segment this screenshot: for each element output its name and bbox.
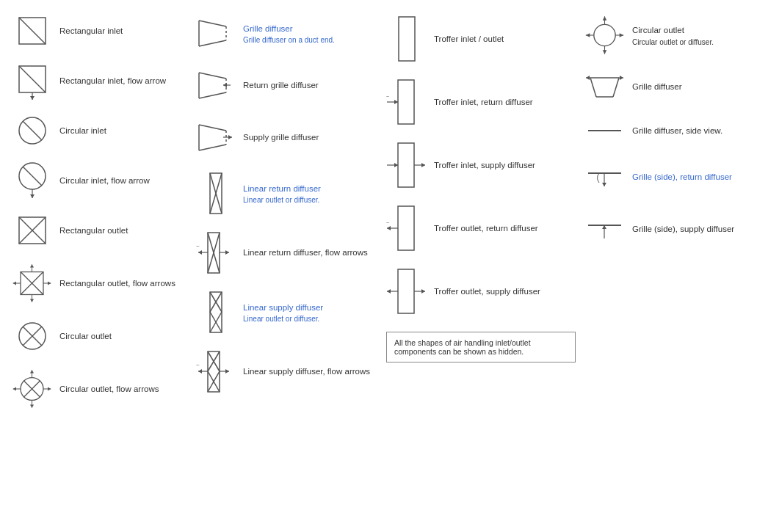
- symbol-rect-outlet-flow: [12, 260, 52, 307]
- symbol-rect-outlet: [12, 213, 52, 248]
- item-circ-outlet: Circular outlet: [7, 313, 191, 360]
- svg-marker-49: [223, 83, 227, 87]
- item-troffer-outlet-ret: ~ Troffer outlet, return diffuser: [382, 197, 580, 260]
- svg-rect-92: [398, 206, 414, 250]
- sublabel-linear-return: Linear outlet or diffuser.: [243, 196, 321, 204]
- item-rect-inlet: Rectangular inlet: [7, 7, 191, 54]
- item-supply-grille: Supply grille diffuser: [191, 112, 382, 164]
- label-return-grille: Return grille diffuser: [243, 79, 319, 91]
- item-linear-return-flow: ~ Linear return diffuser, flow arrows: [191, 223, 382, 283]
- symbol-grille-diff: [195, 13, 236, 54]
- label-supply-grille: Supply grille diffuser: [243, 131, 319, 143]
- item-linear-return: Linear return diffuser Linear outlet or …: [191, 164, 382, 223]
- svg-marker-39: [30, 404, 34, 407]
- item-troffer-inlet-ret: ~ Troffer inlet, return diffuser: [382, 70, 580, 134]
- symbol-supply-grille: [195, 117, 236, 158]
- item-grille-side-ret: Grille (side), return diffuser: [580, 151, 757, 203]
- item-rect-inlet-flow: Rectangular inlet, flow arrow: [7, 54, 191, 107]
- item-return-grille: Return grille diffuser: [191, 59, 382, 112]
- svg-marker-98: [387, 289, 391, 294]
- label-grille-diff2: Grille diffuser: [632, 81, 682, 92]
- symbol-troffer-outlet-sup: [386, 266, 427, 317]
- label-linear-supply-flow: Linear supply diffuser, flow arrows: [243, 365, 370, 377]
- svg-line-42: [199, 40, 226, 46]
- svg-line-46: [199, 92, 226, 98]
- label-grille-side: Grille diffuser, side view.: [632, 125, 722, 136]
- label-circ-inlet: Circular inlet: [59, 125, 106, 136]
- symbol-grille-diff2: [584, 69, 625, 104]
- svg-marker-19: [13, 281, 16, 285]
- symbol-grille-side-sup: [584, 209, 625, 249]
- svg-text:~: ~: [196, 362, 200, 368]
- svg-text:~: ~: [386, 94, 389, 99]
- svg-rect-83: [398, 80, 414, 124]
- symbol-return-grille: [195, 65, 236, 106]
- label-rect-inlet-flow: Rectangular inlet, flow arrow: [59, 75, 166, 87]
- svg-marker-23: [30, 264, 34, 267]
- svg-rect-96: [398, 269, 414, 313]
- symbol-circ-outlet: [12, 318, 52, 354]
- svg-line-52: [199, 145, 226, 150]
- sublabel-linear-supply: Linear outlet or diffuser.: [243, 315, 323, 323]
- svg-text:~: ~: [196, 243, 200, 249]
- symbol-circ-inlet-flow: [12, 160, 52, 201]
- svg-marker-33: [13, 387, 16, 390]
- item-troffer-outlet-sup: Troffer outlet, supply diffuser: [382, 260, 580, 323]
- svg-rect-67: [210, 292, 222, 332]
- label-troffer-outlet-sup: Troffer outlet, supply diffuser: [434, 285, 540, 297]
- sublabel-grille-diff: Grille diffuser on a duct end.: [243, 36, 335, 44]
- label-linear-return: Linear return diffuser: [243, 183, 321, 194]
- item-rect-outlet-flow: Rectangular outlet, flow arrows: [7, 254, 191, 313]
- label-troffer-outlet-ret: Troffer outlet, return diffuser: [434, 222, 538, 234]
- svg-marker-5: [30, 96, 35, 100]
- svg-marker-94: [387, 226, 391, 230]
- svg-rect-82: [399, 17, 415, 61]
- svg-marker-109: [620, 33, 624, 37]
- svg-marker-115: [586, 76, 590, 80]
- symbol-troffer-outlet-ret: ~: [386, 203, 427, 254]
- label-linear-supply: Linear supply diffuser: [243, 302, 323, 313]
- svg-marker-103: [603, 16, 607, 20]
- svg-line-111: [590, 78, 596, 97]
- svg-line-7: [23, 121, 42, 140]
- svg-line-1: [19, 18, 46, 44]
- symbol-troffer-io: [386, 13, 427, 65]
- label-grille-diff: Grille diffuser: [243, 23, 335, 34]
- svg-marker-37: [30, 370, 34, 373]
- label-circ-outlet: Circular outlet: [59, 330, 112, 342]
- label-grille-side-sup: Grille (side), supply diffuser: [632, 223, 734, 235]
- symbol-rect-inlet-flow: [12, 60, 52, 101]
- item-grille-side-sup: Grille (side), supply diffuser: [580, 203, 757, 255]
- svg-marker-21: [48, 281, 51, 285]
- svg-marker-63: [198, 250, 202, 255]
- item-linear-supply-flow: ~ Linear supply diffuser, flow arrows: [191, 342, 382, 401]
- symbol-linear-return: [195, 170, 236, 217]
- label-rect-inlet: Rectangular inlet: [59, 25, 123, 37]
- symbol-rect-inlet: [12, 13, 52, 48]
- symbol-troffer-inlet-ret: ~: [386, 76, 427, 128]
- svg-marker-107: [586, 33, 590, 37]
- svg-marker-35: [48, 387, 51, 390]
- svg-marker-55: [228, 135, 232, 139]
- svg-marker-25: [30, 299, 34, 302]
- symbol-circ-inlet: [12, 113, 52, 148]
- svg-marker-91: [421, 163, 425, 167]
- note-box: All the shapes of air handling inlet/out…: [386, 332, 576, 362]
- label-grille-side-ret: Grille (side), return diffuser: [632, 171, 732, 183]
- svg-line-51: [199, 125, 226, 131]
- sublabel-circ-outlet-diff: Circular outlet or diffuser.: [632, 38, 714, 46]
- label-circ-outlet-flow: Circular outlet, flow arrows: [59, 383, 159, 395]
- item-grille-side: Grille diffuser, side view.: [580, 110, 757, 151]
- svg-rect-72: [208, 351, 220, 392]
- label-linear-return-flow: Linear return diffuser, flow arrows: [243, 247, 368, 258]
- svg-marker-105: [603, 50, 607, 54]
- item-linear-supply: Linear supply diffuser Linear outlet or …: [191, 283, 382, 342]
- symbol-linear-return-flow: ~: [195, 229, 236, 277]
- label-troffer-inlet-sup: Troffer inlet, supply diffuser: [434, 159, 535, 171]
- label-troffer-io: Troffer inlet / outlet: [434, 33, 504, 45]
- item-grille-diff: Grille diffuser Grille diffuser on a duc…: [191, 7, 382, 59]
- svg-text:~: ~: [386, 220, 389, 225]
- item-circ-outlet-diff: Circular outlet Circular outlet or diffu…: [580, 7, 757, 63]
- label-troffer-inlet-ret: Troffer inlet, return diffuser: [434, 96, 533, 108]
- symbol-circ-outlet-diff: [584, 13, 625, 57]
